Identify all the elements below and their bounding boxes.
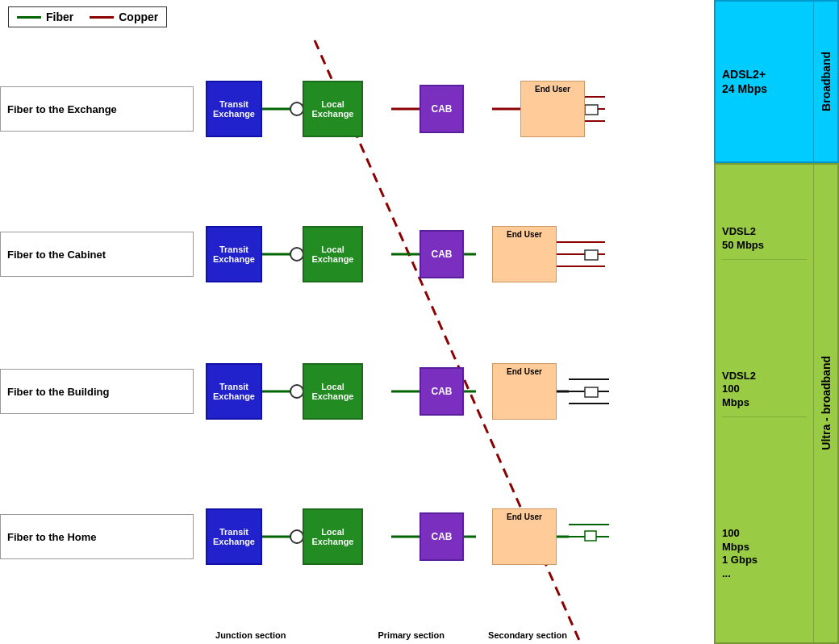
broadband-speed-col: ADSL2+24 Mbps bbox=[716, 2, 813, 161]
broadband-title-col: Broadband bbox=[813, 2, 837, 161]
ultra-speed-3: 100Mbps1 Gbps... bbox=[722, 527, 807, 582]
row-fiber-building: Fiber to the Building TransitExchange Lo… bbox=[0, 363, 589, 420]
cab-1: CAB bbox=[420, 85, 464, 133]
ultra-title: Ultra - broadband bbox=[820, 356, 833, 450]
local-exchange-1: LocalExchange bbox=[303, 81, 363, 137]
broadband-title: Broadband bbox=[820, 52, 833, 111]
fiber-line-icon bbox=[17, 16, 41, 19]
transit-exchange-2: TransitExchange bbox=[206, 226, 262, 282]
end-user-label-2: End User bbox=[507, 230, 542, 239]
legend-copper: Copper bbox=[90, 10, 158, 23]
main-container: Fiber Copper bbox=[0, 0, 839, 644]
bottom-label-junction: Junction section bbox=[215, 630, 286, 640]
end-user-2: End User bbox=[492, 226, 557, 282]
transit-exchange-1: TransitExchange bbox=[206, 81, 262, 137]
ultra-title-col: Ultra - broadband bbox=[813, 165, 837, 643]
ultra-speed-1: VDSL250 Mbps bbox=[722, 225, 807, 260]
cab-3: CAB bbox=[420, 367, 464, 416]
right-panels: ADSL2+24 Mbps Broadband VDSL250 Mbps VDS… bbox=[714, 0, 839, 644]
end-user-1: End User bbox=[520, 81, 585, 137]
end-user-label-3: End User bbox=[507, 367, 542, 376]
local-exchange-3: LocalExchange bbox=[303, 363, 363, 420]
end-user-3: End User bbox=[492, 363, 557, 420]
broadband-speed-label: ADSL2+24 Mbps bbox=[722, 67, 767, 96]
copper-line-icon bbox=[90, 16, 114, 19]
ultra-speed-2: VDSL2100Mbps bbox=[722, 370, 807, 418]
end-user-label-1: End User bbox=[535, 85, 570, 94]
end-user-4: End User bbox=[492, 508, 557, 565]
row-fiber-cabinet: Fiber to the Cabinet TransitExchange Loc… bbox=[0, 226, 589, 282]
transit-exchange-3: TransitExchange bbox=[206, 363, 262, 420]
cab-2: CAB bbox=[420, 230, 464, 278]
bottom-label-primary: Primary section bbox=[378, 630, 445, 640]
bottom-labels: Junction section Primary section Seconda… bbox=[194, 630, 589, 640]
copper-label: Copper bbox=[119, 10, 158, 23]
label-fiber-home: Fiber to the Home bbox=[0, 514, 194, 559]
bottom-label-secondary: Secondary section bbox=[488, 630, 567, 640]
label-fiber-cabinet: Fiber to the Cabinet bbox=[0, 232, 194, 277]
panel-broadband: ADSL2+24 Mbps Broadband bbox=[714, 0, 839, 163]
row-fiber-exchange: Fiber to the Exchange TransitExchange Lo… bbox=[0, 81, 589, 137]
local-exchange-2: LocalExchange bbox=[303, 226, 363, 282]
fiber-label: Fiber bbox=[46, 10, 73, 23]
label-fiber-building: Fiber to the Building bbox=[0, 369, 194, 414]
diagram-area: Fiber Copper bbox=[0, 0, 714, 644]
panel-ultra: VDSL250 Mbps VDSL2100Mbps 100Mbps1 Gbps.… bbox=[714, 163, 839, 645]
row-fiber-home: Fiber to the Home TransitExchange LocalE… bbox=[0, 508, 589, 565]
transit-exchange-4: TransitExchange bbox=[206, 508, 262, 565]
cab-4: CAB bbox=[420, 512, 464, 561]
end-user-label-4: End User bbox=[507, 512, 542, 521]
ultra-speed-col: VDSL250 Mbps VDSL2100Mbps 100Mbps1 Gbps.… bbox=[716, 165, 813, 643]
label-fiber-exchange: Fiber to the Exchange bbox=[0, 86, 194, 132]
local-exchange-4: LocalExchange bbox=[303, 508, 363, 565]
legend-fiber: Fiber bbox=[17, 10, 73, 23]
legend: Fiber Copper bbox=[8, 6, 167, 27]
